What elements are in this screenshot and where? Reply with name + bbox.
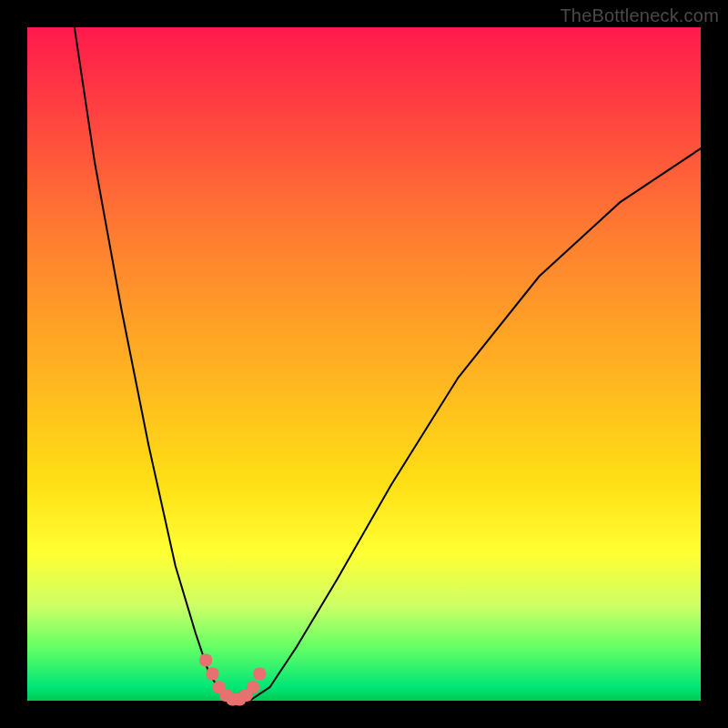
marker-dot (199, 654, 212, 667)
plot-area (27, 27, 701, 701)
marker-dot (253, 667, 266, 680)
watermark-text: TheBottleneck.com (560, 5, 719, 26)
bottom-marker-group (199, 654, 266, 706)
curve-right-branch (249, 148, 701, 701)
chart-frame: TheBottleneck.com (0, 0, 728, 728)
curve-left-branch (75, 27, 229, 701)
curve-svg (27, 27, 701, 701)
marker-dot (207, 667, 219, 680)
marker-dot (247, 681, 259, 693)
